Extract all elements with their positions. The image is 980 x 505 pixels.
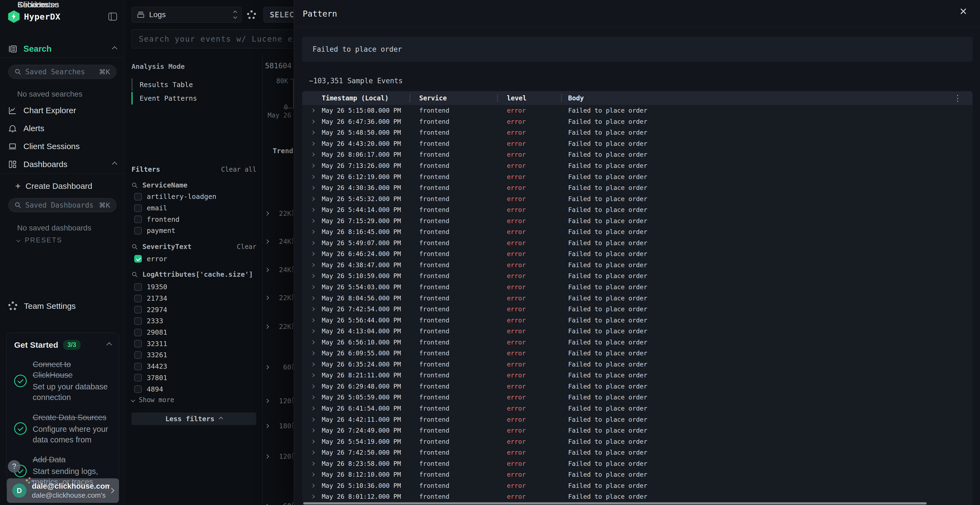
sidebar-item-team-settings[interactable]: Team Settings <box>8 302 76 311</box>
user-menu[interactable]: D dale@clickhouse.com dale@clickhouse.co… <box>7 478 119 503</box>
col-service[interactable]: Service <box>419 94 507 102</box>
expand-row-icon[interactable] <box>311 130 315 134</box>
table-row[interactable]: May 26 4:13:04.000 PM frontend error Fai… <box>302 326 973 337</box>
expand-row-icon[interactable] <box>311 274 315 278</box>
expand-row-icon[interactable] <box>311 164 315 168</box>
checkbox[interactable] <box>134 216 142 223</box>
table-row[interactable]: May 26 7:13:26.000 PM frontend error Fai… <box>302 160 973 172</box>
filter-option[interactable]: payment <box>134 225 256 237</box>
filter-option[interactable]: frontend <box>134 214 256 225</box>
get-started-item[interactable]: Create Data Sources Configure where your… <box>14 412 111 445</box>
table-row[interactable]: May 26 5:05:59.000 PM frontend error Fai… <box>302 392 973 403</box>
checkbox[interactable] <box>134 193 142 200</box>
create-dashboard-button[interactable]: + Create Dashboard <box>15 181 92 191</box>
table-menu-icon[interactable]: ⋮ <box>954 93 962 103</box>
expand-row-icon[interactable] <box>311 440 315 443</box>
column-resize-handle[interactable] <box>409 94 410 102</box>
table-row[interactable]: May 26 8:16:45.000 PM frontend error Fai… <box>302 226 973 238</box>
expand-row-icon[interactable] <box>311 307 315 311</box>
expand-row-icon[interactable] <box>311 263 315 267</box>
expand-row-icon[interactable] <box>311 329 315 333</box>
expand-row-icon[interactable] <box>311 373 315 377</box>
checkbox[interactable] <box>134 363 142 370</box>
expand-row-icon[interactable] <box>311 208 315 212</box>
checkbox[interactable] <box>134 340 142 348</box>
table-row[interactable]: May 26 4:43:20.000 PM frontend error Fai… <box>302 138 973 149</box>
filter-option[interactable]: 37801 <box>134 372 256 384</box>
collapse-sidebar-icon[interactable] <box>108 13 117 21</box>
expand-row-icon[interactable] <box>311 186 315 190</box>
get-started-item[interactable]: Connect to ClickHouse Set up your databa… <box>14 359 111 403</box>
chevron-up-icon[interactable] <box>107 342 112 348</box>
filter-option[interactable]: 33261 <box>134 349 256 361</box>
expand-row-icon[interactable] <box>311 384 315 388</box>
checkbox[interactable] <box>134 204 142 212</box>
close-icon[interactable]: × <box>959 5 967 17</box>
filter-option[interactable]: 32311 <box>134 338 256 349</box>
table-row[interactable]: May 26 8:21:11.000 PM frontend error Fai… <box>302 370 973 381</box>
expand-row-icon[interactable] <box>311 429 315 432</box>
pattern-row[interactable]: 120 <box>263 397 295 406</box>
expand-row-icon[interactable] <box>311 230 315 234</box>
table-row[interactable]: May 26 7:42:54.000 PM frontend error Fai… <box>302 304 973 315</box>
expand-row-icon[interactable] <box>311 252 315 256</box>
filter-option[interactable]: artillery-loadgen <box>134 191 256 202</box>
column-resize-handle[interactable] <box>561 94 562 102</box>
sidebar-item-search[interactable]: Search <box>0 40 125 58</box>
chevron-up-icon[interactable] <box>112 46 117 52</box>
expand-row-icon[interactable] <box>311 241 315 245</box>
table-row[interactable]: May 26 6:41:54.000 PM frontend error Fai… <box>302 403 973 414</box>
table-row[interactable]: May 26 4:38:47.000 PM frontend error Fai… <box>302 260 973 271</box>
table-row[interactable]: May 26 4:30:36.000 PM frontend error Fai… <box>302 182 973 194</box>
checkbox[interactable] <box>134 306 142 313</box>
filter-option[interactable]: 29081 <box>134 327 256 338</box>
show-more-link[interactable]: Show more <box>132 396 256 404</box>
table-row[interactable]: May 26 6:46:24.000 PM frontend error Fai… <box>302 248 973 260</box>
expand-row-icon[interactable] <box>311 362 315 366</box>
gear-icon[interactable] <box>247 10 256 20</box>
expand-row-icon[interactable] <box>311 296 315 300</box>
table-row[interactable]: May 26 8:23:58.000 PM frontend error Fai… <box>302 458 973 469</box>
expand-row-icon[interactable] <box>311 197 315 201</box>
expand-row-icon[interactable] <box>311 418 315 421</box>
expand-row-icon[interactable] <box>311 473 315 476</box>
checkbox-checked[interactable] <box>134 255 142 262</box>
table-row[interactable]: May 26 5:44:14.000 PM frontend error Fai… <box>302 204 973 216</box>
col-timestamp[interactable]: Timestamp (Local) <box>322 94 419 102</box>
expand-row-icon[interactable] <box>311 318 315 322</box>
filter-option[interactable]: 4894 <box>134 383 256 395</box>
horizontal-scrollbar[interactable] <box>303 502 927 505</box>
table-row[interactable]: May 26 7:42:50.000 PM frontend error Fai… <box>302 447 973 458</box>
expand-row-icon[interactable] <box>311 120 315 124</box>
pattern-row[interactable]: 22K <box>263 210 295 219</box>
table-row[interactable]: May 26 5:15:08.000 PM frontend error Fai… <box>302 105 973 116</box>
table-row[interactable]: May 26 7:24:49.000 PM frontend error Fai… <box>302 425 973 436</box>
filter-option[interactable]: 2333 <box>134 315 256 327</box>
preset-item[interactable]: Kubernetes <box>18 0 59 9</box>
column-resize-handle[interactable] <box>497 94 498 102</box>
analysis-mode-event-patterns[interactable]: Event Patterns <box>132 92 256 105</box>
expand-row-icon[interactable] <box>311 108 315 113</box>
checkbox[interactable] <box>134 283 142 291</box>
pattern-row[interactable]: 22K <box>263 294 295 303</box>
table-row[interactable]: May 26 5:56:44.000 PM frontend error Fai… <box>302 314 973 326</box>
expand-row-icon[interactable] <box>311 407 315 410</box>
filter-option[interactable]: 19350 <box>134 281 256 293</box>
table-row[interactable]: May 26 6:09:55.000 PM frontend error Fai… <box>302 348 973 359</box>
table-row[interactable]: May 26 7:15:29.000 PM frontend error Fai… <box>302 215 973 226</box>
table-row[interactable]: May 26 5:54:03.000 PM frontend error Fai… <box>302 282 973 293</box>
checkbox[interactable] <box>134 295 142 302</box>
expand-row-icon[interactable] <box>311 495 315 499</box>
table-row[interactable]: May 26 8:12:10.000 PM frontend error Fai… <box>302 469 973 480</box>
pattern-row[interactable]: 120 <box>263 453 295 462</box>
expand-row-icon[interactable] <box>311 142 315 146</box>
checkbox[interactable] <box>134 351 142 359</box>
checkbox[interactable] <box>134 374 142 381</box>
table-row[interactable]: May 26 5:45:32.000 PM frontend error Fai… <box>302 193 973 204</box>
checkbox[interactable] <box>134 317 142 325</box>
pattern-row[interactable]: 180 <box>263 422 295 431</box>
expand-row-icon[interactable] <box>311 219 315 223</box>
source-select[interactable]: Logs <box>132 7 242 22</box>
help-button[interactable]: ? <box>8 460 21 473</box>
filter-option[interactable]: 34423 <box>134 361 256 372</box>
